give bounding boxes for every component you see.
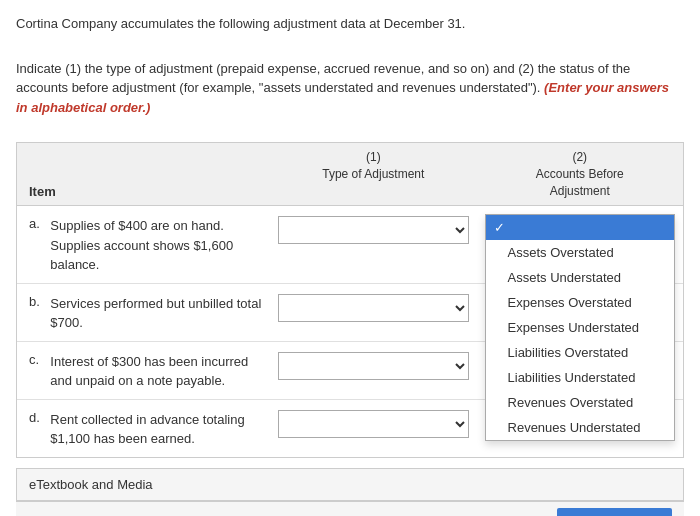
table-header: Item (1) Type of Adjustment (2) Accounts… [17, 143, 683, 206]
accounts-dropdown-open-a[interactable]: ✓ Assets Overstated Assets Understated E… [485, 214, 675, 441]
dropdown-option-expenses-overstated[interactable]: Expenses Overstated [486, 290, 674, 315]
type-dropdown-a[interactable]: Prepaid Expense Accrued Revenue Accrued … [278, 216, 468, 244]
row-letter-d: d. [17, 408, 50, 425]
submit-button[interactable]: Submit Answer [557, 508, 672, 516]
table-row: a. Supplies of $400 are on hand. Supplie… [17, 206, 683, 284]
row-accounts-a[interactable]: ✓ Assets Overstated Assets Understated E… [477, 214, 683, 216]
row-desc-c: Interest of $300 has been incurred and u… [50, 350, 270, 391]
row-type-a[interactable]: Prepaid Expense Accrued Revenue Accrued … [270, 214, 476, 244]
type-dropdown-d[interactable] [278, 410, 468, 438]
col-accounts-num: (2) [477, 149, 683, 166]
row-type-c[interactable] [270, 350, 476, 380]
type-dropdown-c[interactable] [278, 352, 468, 380]
row-letter-b: b. [17, 292, 50, 309]
row-type-b[interactable] [270, 292, 476, 322]
row-letter-a: a. [17, 214, 50, 231]
adjustment-table: Item (1) Type of Adjustment (2) Accounts… [16, 142, 684, 458]
bottom-strip: Submit Answer [16, 501, 684, 516]
check-icon: ✓ [494, 220, 505, 235]
row-desc-b: Services performed but unbilled total $7… [50, 292, 270, 333]
dropdown-option-revenues-understated[interactable]: Revenues Understated [486, 415, 674, 440]
intro-text-main: Indicate (1) the type of adjustment (pre… [16, 61, 630, 96]
dropdown-selected-item[interactable]: ✓ [486, 215, 674, 240]
col-item-header: Item [17, 149, 270, 199]
col-type-num: (1) [270, 149, 476, 166]
col-type-label: Type of Adjustment [270, 166, 476, 183]
row-desc-a: Supplies of $400 are on hand. Supplies a… [50, 214, 270, 275]
col-accounts-header: (2) Accounts Before Adjustment [477, 149, 683, 199]
row-type-d[interactable] [270, 408, 476, 438]
row-letter-c: c. [17, 350, 50, 367]
dropdown-option-expenses-understated[interactable]: Expenses Understated [486, 315, 674, 340]
row-desc-d: Rent collected in advance totaling $1,10… [50, 408, 270, 449]
intro-line2: Indicate (1) the type of adjustment (pre… [16, 59, 684, 118]
etextbook-footer[interactable]: eTextbook and Media [16, 468, 684, 501]
dropdown-option-assets-understated[interactable]: Assets Understated [486, 265, 674, 290]
dropdown-option-liabilities-understated[interactable]: Liabilities Understated [486, 365, 674, 390]
dropdown-option-assets-overstated[interactable]: Assets Overstated [486, 240, 674, 265]
col-type-header: (1) Type of Adjustment [270, 149, 476, 199]
intro-line1: Cortina Company accumulates the followin… [16, 14, 684, 34]
type-dropdown-b[interactable] [278, 294, 468, 322]
etextbook-label: eTextbook and Media [29, 477, 153, 492]
dropdown-option-revenues-overstated[interactable]: Revenues Overstated [486, 390, 674, 415]
dropdown-option-liabilities-overstated[interactable]: Liabilities Overstated [486, 340, 674, 365]
col-accounts-label2: Adjustment [477, 183, 683, 200]
col-accounts-label1: Accounts Before [477, 166, 683, 183]
